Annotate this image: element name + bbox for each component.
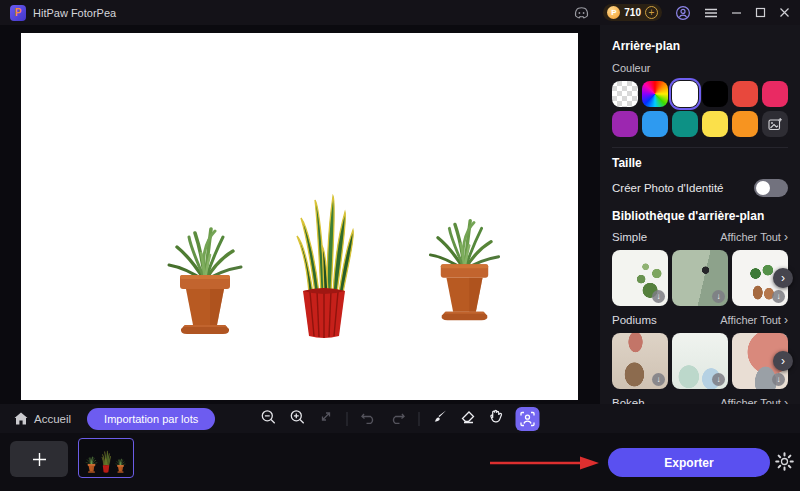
background-thumb-mint-pastel-podium[interactable]: ↓ [672,333,728,389]
color-swatch-black[interactable] [702,81,728,107]
show-all-link[interactable]: Afficher Tout › [720,230,788,244]
panel-heading: Arrière-plan [612,39,788,53]
chevron-right-icon: › [784,313,788,327]
color-swatch-yellow[interactable] [702,111,728,137]
app-logo: P [10,5,26,21]
image-thumbnail-selected[interactable] [78,438,134,478]
color-swatch-red[interactable] [732,81,758,107]
color-swatch-purple[interactable] [612,111,638,137]
aloe-plant-left[interactable] [155,223,255,341]
portrait-matting-icon[interactable] [516,407,540,431]
color-swatch-pink[interactable] [762,81,788,107]
library-section-bokeh: BokehAfficher Tout ›↓↓↓› [612,396,788,404]
toolbar-divider [347,412,348,426]
library-section-simple: SimpleAfficher Tout ›↓↓↓› [612,230,788,306]
eraser-icon[interactable] [461,410,476,428]
close-icon[interactable] [779,7,790,18]
download-icon[interactable]: ↓ [772,290,785,303]
section-label: Simple [612,231,647,243]
coin-balance[interactable]: P 710 + [603,4,662,21]
app-logo-letter: P [15,8,22,18]
thumbnail-plants-preview [79,440,133,476]
brush-icon[interactable] [433,409,448,428]
background-thumb-beige-stone-podium[interactable]: ↓ [612,333,668,389]
home-button[interactable]: Accueil [14,412,71,425]
color-swatch-teal[interactable] [672,111,698,137]
annotation-arrow [488,454,600,472]
toolbar-divider [419,412,420,426]
background-library: SimpleAfficher Tout ›↓↓↓›PodiumsAfficher… [612,230,788,404]
color-swatch-white[interactable] [672,81,698,107]
background-panel: Arrière-plan Couleur Taille Créer Photo … [600,25,800,404]
id-photo-toggle[interactable] [754,179,788,197]
background-thumb-plant-branch-white[interactable]: ↓ [612,250,668,306]
hand-icon[interactable] [489,409,503,428]
color-swatch-custom[interactable] [762,111,788,137]
fit-expand-icon[interactable] [319,409,334,428]
plus-icon [32,452,47,467]
color-swatch-transparent[interactable] [612,81,638,107]
library-section-podiums: PodiumsAfficher Tout ›↓↓↓› [612,313,788,389]
section-label: Podiums [612,314,657,326]
show-all-link[interactable]: Afficher Tout › [720,396,788,404]
app-title: HitPaw FotorPea [33,7,116,19]
coin-icon: P [607,6,620,19]
download-icon[interactable]: ↓ [772,373,785,386]
download-icon[interactable]: ↓ [712,290,725,303]
scroll-next-button[interactable]: › [773,351,793,371]
redo-icon[interactable] [390,410,406,428]
settings-gear-icon[interactable] [775,452,794,475]
show-all-link[interactable]: Afficher Tout › [720,313,788,327]
color-swatch-orange[interactable] [732,111,758,137]
batch-import-button[interactable]: Importation par lots [87,408,215,430]
add-image-button[interactable] [10,441,68,477]
zoom-in-icon[interactable] [290,409,306,429]
chevron-right-icon: › [784,396,788,404]
download-icon[interactable]: ↓ [652,290,665,303]
section-label: Bokeh [612,397,645,404]
maximize-icon[interactable] [755,7,766,18]
undo-icon[interactable] [361,410,377,428]
add-coins-icon[interactable]: + [645,6,658,19]
id-photo-label: Créer Photo d'Identité [612,182,724,194]
aloe-plant-right[interactable] [417,215,512,327]
snake-plant-center[interactable] [285,188,363,343]
download-icon[interactable]: ↓ [652,373,665,386]
editing-canvas[interactable] [21,33,578,400]
minimize-icon[interactable] [731,7,742,18]
chevron-right-icon: › [784,230,788,244]
add-image-icon [768,117,783,132]
coin-count: 710 [624,7,641,18]
background-thumb-green-wall-lamp[interactable]: ↓ [672,250,728,306]
size-heading: Taille [612,156,788,170]
color-label: Couleur [612,62,788,74]
library-heading: Bibliothèque d'arrière-plan [612,209,788,223]
color-swatch-rainbow[interactable] [642,81,668,107]
download-icon[interactable]: ↓ [712,373,725,386]
home-label: Accueil [34,413,71,425]
toggle-knob [756,181,770,195]
bottom-toolbar: Accueil Importation par lots [0,404,800,433]
color-swatch-blue[interactable] [642,111,668,137]
menu-icon[interactable] [704,8,718,18]
discord-icon[interactable] [573,6,590,20]
divider [612,147,788,148]
export-button[interactable]: Exporter [608,448,770,477]
color-swatch-grid [612,81,788,137]
account-icon[interactable] [675,5,691,21]
scroll-next-button[interactable]: › [773,268,793,288]
home-icon [14,412,28,425]
zoom-out-icon[interactable] [261,409,277,429]
image-strip-bar: Exporter [0,433,800,491]
title-bar: P HitPaw FotorPea P 710 + [0,0,800,25]
